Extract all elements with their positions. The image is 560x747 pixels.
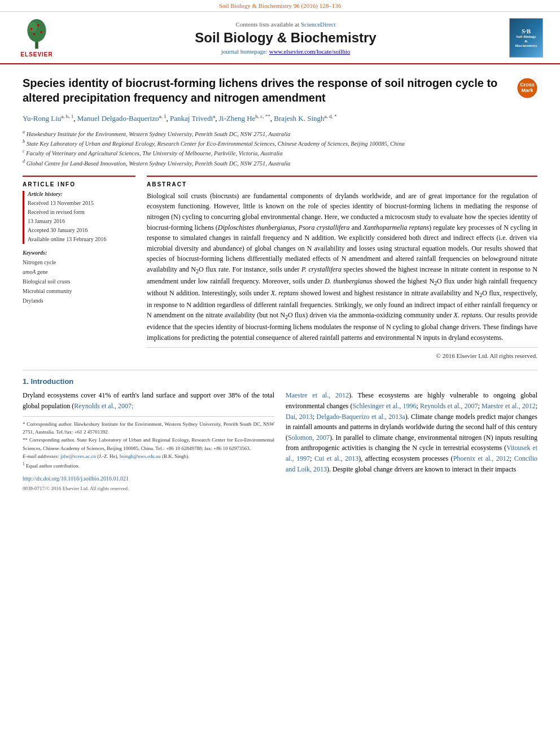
journal-cover: S·B Soil Biology & Biochemistry (509, 18, 549, 58)
issn-line: 0038-0717/© 2016 Elsevier Ltd. All right… (23, 484, 274, 492)
history-label: Article history: (28, 191, 135, 197)
email-link-singh[interactable]: bsingh@uws.edu.au (120, 453, 161, 459)
doi-line: http://dx.doi.org/10.1016/j.soilbio.2016… (23, 474, 274, 483)
svg-text:Cross: Cross (520, 82, 535, 88)
journal-header: ELSEVIER Contents lists available at Sci… (0, 12, 560, 64)
article-info-heading: ARTICLE INFO (23, 181, 135, 187)
footnotes-area: * Corresponding author. Hawkesbury Insti… (23, 416, 274, 493)
homepage-link[interactable]: www.elsevier.com/locate/soilbio (269, 48, 350, 55)
ref-solomon[interactable]: Solomon, 2007 (288, 434, 330, 442)
ref-reynolds-2007b[interactable]: Reynolds et al., 2007 (420, 402, 478, 410)
email-link-he[interactable]: jzhe@rcees.ac.cn (60, 453, 96, 459)
revised-date: Received in revised form13 January 2016 (28, 208, 135, 226)
affil-b: State Key Laboratory of Urban and Region… (27, 141, 405, 147)
science-direct-link[interactable]: ScienceDirect (301, 21, 336, 28)
doi-link[interactable]: http://dx.doi.org/10.1016/j.soilbio.2016… (23, 475, 129, 482)
introduction-heading: 1. Introduction (23, 377, 537, 386)
received-date: Received 13 November 2015 (28, 199, 135, 208)
author-trivedi[interactable]: Pankaj Trivedi (170, 114, 213, 123)
ref-phoenix[interactable]: Phoenix et al., 2012 (453, 455, 510, 462)
svg-point-3 (30, 28, 33, 30)
journal-title: Soil Biology & Biochemistry (62, 30, 509, 46)
keyword-microbial: Microbial community (23, 286, 135, 296)
keywords-section: Keywords: Nitrogen cycle amoA gene Biolo… (23, 250, 135, 305)
ref-maestre-2012b[interactable]: Maestre et al., 2012 (482, 402, 536, 410)
svg-point-6 (33, 33, 36, 36)
body-left-column: Dryland ecosystems cover 41% of earth's … (23, 390, 274, 492)
footnote-corresponding-2: ** Corresponding author. State Key Labor… (23, 436, 274, 452)
laboratory-text: Laboratory (99, 437, 121, 443)
ref-delgado[interactable]: Delgado-Baquerizo et al., 2013a (317, 413, 405, 421)
keywords-label: Keywords: (23, 250, 135, 256)
keyword-nitrogen: Nitrogen cycle (23, 257, 135, 267)
abstract-column: ABSTRACT Biological soil crusts (biocrus… (147, 176, 537, 361)
affiliations: a Hawkesbury Institute for the Environme… (23, 129, 537, 168)
keyword-list: Nitrogen cycle amoA gene Biological soil… (23, 257, 135, 305)
footnote-emails: E-mail addresses: jzhe@rcees.ac.cn (J.-Z… (23, 452, 274, 460)
crossmark-badge[interactable]: Cross Mark (517, 78, 537, 101)
ref-schlesinger[interactable]: Schlesinger et al., 1996 (352, 402, 416, 410)
keyword-drylands: Drylands (23, 296, 135, 305)
svg-point-4 (37, 24, 40, 27)
section-divider (23, 370, 537, 370)
copyright-line: © 2016 Elsevier Ltd. All rights reserved… (147, 347, 537, 361)
journal-homepage: journal homepage: www.elsevier.com/locat… (62, 48, 509, 55)
banner-text: Soil Biology & Biochemistry 96 (2016) 12… (219, 2, 341, 9)
main-content: Species identity of biocrust-forming lic… (0, 64, 560, 504)
elsevier-logo: ELSEVIER (11, 18, 62, 58)
article-info-abstract-section: ARTICLE INFO Article history: Received 1… (23, 176, 537, 361)
accepted-date: Accepted 30 January 2016 (28, 226, 135, 235)
keyword-amoa: amoA gene (23, 267, 135, 277)
affil-d: Global Centre for Land-Based Innovation,… (27, 160, 291, 166)
authors-line: Yu-Rong Liua, b, 1, Manuel Delgado-Baque… (23, 113, 537, 124)
footnote-equal: 1 Equal author contribution. (23, 461, 274, 470)
article-title: Species identity of biocrust-forming lic… (23, 76, 511, 105)
body-content: Dryland ecosystems cover 41% of earth's … (23, 390, 537, 492)
author-delgado[interactable]: Manuel Delgado-Baquerizo (77, 114, 159, 123)
ref-maestre-2012[interactable]: Maestre et al., 2012 (286, 391, 349, 399)
available-date: Available online 13 February 2016 (28, 235, 135, 244)
science-direct-text: Contents lists available at ScienceDirec… (62, 21, 509, 28)
abstract-heading: ABSTRACT (147, 181, 537, 187)
svg-point-2 (29, 21, 37, 32)
footnote-corresponding-1: * Corresponding author. Hawkesbury Insti… (23, 420, 274, 436)
body-right-column: Maestre et al., 2012). These ecosystems … (286, 390, 537, 492)
abstract-body: Biological soil crusts (biocrusts) are f… (147, 191, 537, 361)
ref-cui[interactable]: Cui et al., 2013 (314, 455, 358, 462)
keyword-biocrusts: Biological soil crusts (23, 277, 135, 286)
journal-center-info: Contents lists available at ScienceDirec… (62, 21, 509, 55)
affil-c: Faculty of Veterinary and Agricultural S… (26, 150, 282, 156)
article-title-section: Species identity of biocrust-forming lic… (23, 76, 537, 105)
article-history-block: Article history: Received 13 November 20… (23, 191, 135, 244)
top-banner: Soil Biology & Biochemistry 96 (2016) 12… (0, 0, 560, 12)
author-singh[interactable]: Brajesh K. Singh (274, 114, 324, 123)
svg-text:Mark: Mark (521, 88, 533, 93)
author-liu[interactable]: Yu-Rong Liu (23, 114, 61, 123)
author-he[interactable]: Ji-Zheng He (219, 114, 256, 123)
article-info-column: ARTICLE INFO Article history: Received 1… (23, 176, 135, 361)
svg-point-5 (40, 31, 42, 33)
ref-dai-2013[interactable]: Dai, 2013 (286, 413, 313, 421)
elsevier-wordmark: ELSEVIER (20, 51, 53, 58)
affil-a: Hawkesbury Institute for the Environment… (27, 130, 291, 137)
ref-reynolds-2007-link[interactable]: Reynolds et al., 2007; (74, 402, 133, 410)
